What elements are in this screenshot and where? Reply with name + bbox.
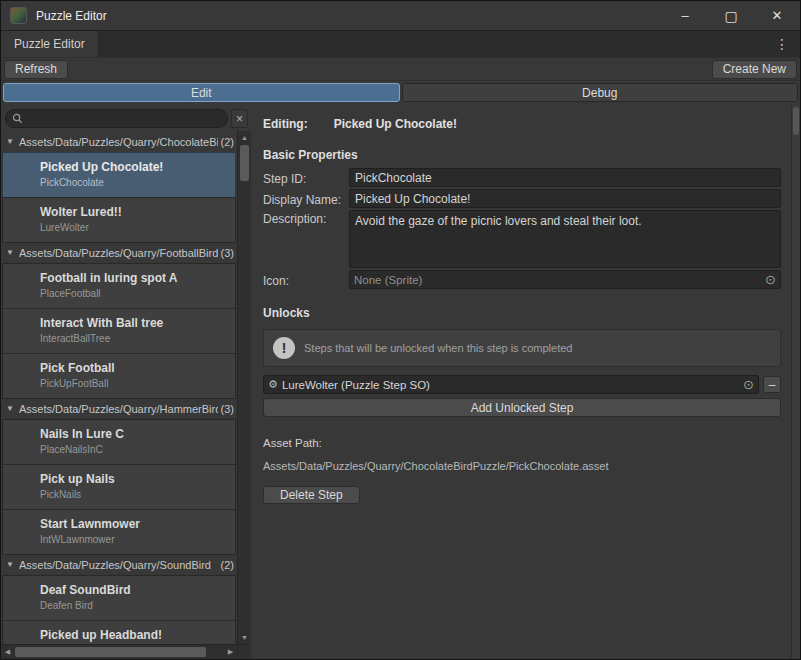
step-item-title: Interact With Ball tree — [40, 316, 229, 330]
step-list-item[interactable]: Wolter Lured!!LureWolter — [2, 197, 236, 243]
group-count: (2) — [221, 559, 234, 571]
scroll-corner — [237, 645, 251, 659]
icon-label: Icon: — [263, 272, 349, 288]
step-list-item[interactable]: Football in luring spot APlaceFootball — [2, 263, 236, 309]
delete-step-button[interactable]: Delete Step — [263, 486, 360, 504]
group-path: Assets/Data/Puzzles/Quarry/HammerBirdPuz… — [19, 403, 218, 415]
editing-step-name: Picked Up Chocolate! — [334, 117, 457, 131]
step-item-id: PickNails — [40, 489, 229, 500]
icon-field-value: None (Sprite) — [354, 274, 761, 286]
horizontal-scroll-track[interactable] — [14, 645, 224, 659]
step-editor-panel: Editing: Picked Up Chocolate! Basic Prop… — [251, 105, 791, 659]
add-unlocked-step-button[interactable]: Add Unlocked Step — [263, 398, 781, 417]
group-header[interactable]: ▼Assets/Data/Puzzles/Quarry/ChocolateBir… — [1, 131, 237, 152]
step-item-title: Pick up Nails — [40, 472, 229, 486]
description-textarea[interactable]: Avoid the gaze of the picnic lovers and … — [349, 210, 781, 268]
step-list-item[interactable]: Interact With Ball treeInteractBallTree — [2, 308, 236, 354]
step-id-input[interactable] — [349, 168, 781, 187]
group-header[interactable]: ▼Assets/Data/Puzzles/Quarry/FootballBird… — [1, 242, 237, 263]
step-item-title: Picked up Headband! — [40, 628, 229, 642]
group-path: Assets/Data/Puzzles/Quarry/FootballBirdP… — [19, 247, 218, 259]
tab-edit[interactable]: Edit — [3, 83, 400, 102]
foldout-arrow-icon[interactable]: ▼ — [6, 137, 16, 146]
create-new-button[interactable]: Create New — [712, 60, 797, 79]
group-path: Assets/Data/Puzzles/Quarry/SoundBird — [19, 559, 218, 571]
list-wrap: ▼Assets/Data/Puzzles/Quarry/ChocolateBir… — [1, 131, 251, 644]
vertical-scroll-thumb[interactable] — [240, 145, 249, 181]
icon-object-field[interactable]: None (Sprite) ⊙ — [349, 270, 781, 289]
kebab-menu-icon[interactable]: ⋮ — [771, 35, 793, 53]
search-field[interactable] — [5, 109, 228, 128]
group-path: Assets/Data/Puzzles/Quarry/ChocolateBird… — [19, 136, 218, 148]
editing-header: Editing: Picked Up Chocolate! — [263, 117, 781, 131]
unlocked-step-row: ⚙ LureWolter (Puzzle Step SO) ⊙ – — [263, 375, 781, 394]
horizontal-scroll-thumb[interactable] — [15, 647, 206, 657]
group-count: (3) — [221, 403, 234, 415]
step-item-title: Picked Up Chocolate! — [40, 160, 229, 174]
step-list-item[interactable]: Pick FootballPickUpFootBall — [2, 353, 236, 399]
asset-path-label: Asset Path: — [263, 437, 781, 449]
refresh-button[interactable]: Refresh — [4, 60, 68, 79]
puzzle-editor-window: Puzzle Editor – ▢ ✕ Puzzle Editor ⋮ Refr… — [0, 0, 801, 660]
step-list-item[interactable]: Picked Up Chocolate!PickChocolate — [2, 152, 236, 198]
search-input[interactable] — [27, 113, 221, 125]
window-controls: – ▢ ✕ — [662, 1, 800, 30]
vertical-scroll-track[interactable] — [238, 144, 251, 631]
step-list-item[interactable]: Start LawnmowerIntWLawnmower — [2, 509, 236, 555]
step-list-item[interactable]: Picked up Headband! — [2, 620, 236, 644]
maximize-button[interactable]: ▢ — [708, 1, 754, 30]
scroll-right-icon[interactable]: ▶ — [224, 645, 237, 659]
list-horizontal-scrollbar[interactable]: ◀ ▶ — [1, 645, 237, 659]
step-item-id: PickUpFootBall — [40, 378, 229, 389]
list-vertical-scrollbar[interactable]: ▲ ▼ — [237, 131, 251, 644]
display-name-input[interactable] — [349, 189, 781, 208]
step-list-item[interactable]: Nails In Lure CPlaceNailsInC — [2, 419, 236, 465]
app-icon — [10, 7, 27, 24]
foldout-arrow-icon[interactable]: ▼ — [6, 560, 16, 569]
titlebar[interactable]: Puzzle Editor – ▢ ✕ — [1, 1, 800, 31]
scroll-down-icon[interactable]: ▼ — [238, 631, 251, 644]
description-label: Description: — [263, 210, 349, 226]
scroll-up-icon[interactable]: ▲ — [238, 131, 251, 144]
step-item-title: Deaf SoundBird — [40, 583, 229, 597]
tab-puzzle-editor-label: Puzzle Editor — [14, 37, 85, 51]
step-list-item[interactable]: Pick up NailsPickNails — [2, 464, 236, 510]
group-header[interactable]: ▼Assets/Data/Puzzles/Quarry/HammerBirdPu… — [1, 398, 237, 419]
unlocks-help-box: ! Steps that will be unlocked when this … — [263, 329, 781, 367]
minimize-button[interactable]: – — [662, 1, 708, 30]
close-button[interactable]: ✕ — [754, 1, 800, 30]
foldout-arrow-icon[interactable]: ▼ — [6, 404, 16, 413]
description-row: Description: Avoid the gaze of the picni… — [263, 210, 781, 268]
unlocks-help-text: Steps that will be unlocked when this st… — [304, 342, 572, 354]
scroll-left-icon[interactable]: ◀ — [1, 645, 14, 659]
search-row: × — [1, 105, 251, 131]
step-item-title: Football in luring spot A — [40, 271, 229, 285]
tab-puzzle-editor[interactable]: Puzzle Editor — [1, 31, 99, 57]
remove-unlocked-step-button[interactable]: – — [763, 376, 781, 393]
search-icon — [12, 113, 23, 124]
tab-debug[interactable]: Debug — [402, 83, 799, 102]
object-picker-icon[interactable]: ⊙ — [743, 378, 754, 391]
unlocked-step-object-field[interactable]: ⚙ LureWolter (Puzzle Step SO) ⊙ — [263, 375, 759, 394]
panel-vertical-scrollbar[interactable] — [791, 105, 800, 659]
content: × ▼Assets/Data/Puzzles/Quarry/ChocolateB… — [1, 105, 800, 659]
step-id-label: Step ID: — [263, 170, 349, 186]
group-count: (2) — [221, 136, 234, 148]
step-list-item[interactable]: Deaf SoundBirdDeafen Bird — [2, 575, 236, 621]
toolbar: Refresh Create New — [1, 58, 800, 81]
step-id-row: Step ID: — [263, 168, 781, 187]
mode-tabs: Edit Debug — [1, 81, 800, 105]
step-list: ▼Assets/Data/Puzzles/Quarry/ChocolateBir… — [1, 131, 237, 644]
step-item-title: Wolter Lured!! — [40, 205, 229, 219]
display-name-label: Display Name: — [263, 191, 349, 207]
asset-path-value: Assets/Data/Puzzles/Quarry/ChocolateBird… — [263, 460, 781, 472]
step-item-title: Start Lawnmower — [40, 517, 229, 531]
object-picker-icon[interactable]: ⊙ — [765, 273, 776, 286]
unlocks-title: Unlocks — [263, 306, 781, 320]
step-item-id: Deafen Bird — [40, 600, 229, 611]
search-clear-button[interactable]: × — [231, 109, 248, 128]
panel-scroll-thumb[interactable] — [793, 107, 799, 135]
foldout-arrow-icon[interactable]: ▼ — [6, 248, 16, 257]
group-header[interactable]: ▼Assets/Data/Puzzles/Quarry/SoundBird(2) — [1, 554, 237, 575]
editing-label: Editing: — [263, 117, 308, 131]
